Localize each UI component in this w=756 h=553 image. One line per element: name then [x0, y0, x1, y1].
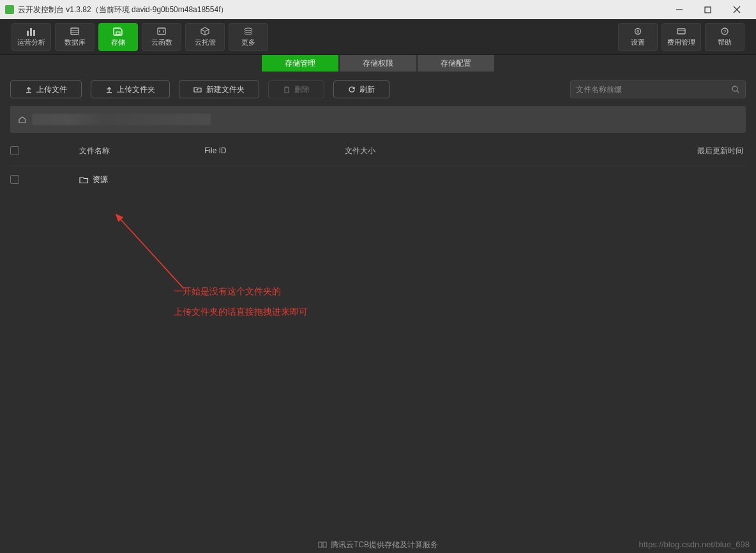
- col-header-name: 文件名称: [38, 146, 204, 156]
- tencent-cloud-icon: [318, 540, 327, 549]
- select-all-checkbox[interactable]: [10, 146, 19, 155]
- svg-line-22: [116, 215, 184, 289]
- svg-rect-23: [319, 542, 322, 547]
- watermark: https://blog.csdn.net/blue_698: [639, 540, 750, 549]
- button-label: 上传文件: [36, 84, 67, 95]
- svg-rect-10: [116, 32, 120, 34]
- maximize-button[interactable]: [693, 1, 722, 19]
- nav-settings[interactable]: 设置: [618, 23, 658, 51]
- window-titlebar: 云开发控制台 v1.3.82（当前环境 david-9g0b50m48a1855…: [0, 0, 756, 19]
- cube-icon: [200, 27, 210, 36]
- col-header-size: 文件大小: [345, 146, 472, 156]
- table-header: 文件名称 File ID 文件大小 最后更新时间: [0, 137, 756, 165]
- nav-label: 数据库: [64, 38, 86, 47]
- minimize-button[interactable]: [665, 1, 693, 19]
- app-body: 运营分析 数据库 存储 云函数: [0, 19, 756, 553]
- svg-rect-7: [71, 28, 79, 34]
- col-header-fileid: File ID: [204, 146, 345, 155]
- svg-line-20: [737, 91, 739, 93]
- folder-icon: [79, 176, 89, 184]
- database-icon: [70, 27, 80, 36]
- table-row[interactable]: 资源: [0, 165, 756, 193]
- upload-icon: [105, 86, 113, 93]
- svg-point-13: [635, 28, 641, 34]
- nav-analytics[interactable]: 运营分析: [11, 23, 51, 51]
- nav-label: 运营分析: [17, 38, 45, 47]
- search-input[interactable]: [576, 85, 731, 94]
- code-brackets-icon: [156, 27, 167, 36]
- annotation-line2: 上传文件夹的话直接拖拽进来即可: [174, 307, 308, 318]
- nav-help[interactable]: ? 帮助: [705, 23, 745, 51]
- top-nav: 运营分析 数据库 存储 云函数: [0, 19, 756, 55]
- svg-rect-5: [30, 28, 32, 36]
- nav-hosting[interactable]: 云托管: [185, 23, 225, 51]
- row-checkbox[interactable]: [10, 175, 19, 184]
- svg-point-14: [637, 30, 639, 32]
- button-label: 新建文件夹: [206, 84, 245, 95]
- trash-icon: [283, 86, 291, 93]
- upload-file-button[interactable]: 上传文件: [10, 80, 82, 98]
- tab-storage-manage[interactable]: 存储管理: [262, 55, 338, 72]
- new-folder-button[interactable]: 新建文件夹: [179, 80, 259, 98]
- refresh-icon: [348, 86, 356, 93]
- nav-left-group: 运营分析 数据库 存储 云函数: [11, 23, 268, 51]
- bar-chart-icon: [26, 27, 36, 36]
- upload-icon: [25, 86, 33, 93]
- help-icon: ?: [720, 27, 730, 36]
- app-icon: [5, 5, 14, 14]
- nav-label: 存储: [111, 38, 125, 47]
- gear-icon: [633, 27, 643, 36]
- save-icon: [113, 27, 123, 36]
- nav-more[interactable]: 更多: [229, 23, 268, 51]
- close-button[interactable]: [722, 1, 751, 19]
- nav-label: 费用管理: [667, 38, 695, 47]
- search-icon[interactable]: [731, 85, 740, 94]
- folder-plus-icon: [193, 86, 202, 93]
- nav-storage[interactable]: 存储: [98, 23, 138, 51]
- refresh-button[interactable]: 刷新: [333, 80, 389, 98]
- nav-label: 云托管: [195, 38, 216, 47]
- svg-point-19: [732, 86, 737, 91]
- nav-label: 设置: [631, 38, 645, 47]
- svg-rect-24: [323, 542, 326, 547]
- button-label: 上传文件夹: [117, 84, 155, 95]
- footer-text: 腾讯云TCB提供存储及计算服务: [331, 540, 438, 550]
- svg-text:?: ?: [723, 29, 727, 34]
- svg-rect-4: [27, 31, 29, 36]
- search-box[interactable]: [570, 80, 746, 98]
- col-header-updated: 最后更新时间: [472, 146, 746, 156]
- svg-rect-1: [705, 7, 711, 13]
- svg-point-12: [245, 28, 252, 31]
- delete-button: 删除: [268, 80, 324, 98]
- svg-rect-6: [33, 30, 35, 36]
- stack-icon: [243, 27, 253, 36]
- toolbar: 上传文件 上传文件夹 新建文件夹 删除 刷新: [0, 72, 756, 106]
- window-title: 云开发控制台 v1.3.82（当前环境 david-9g0b50m48a1855…: [18, 4, 228, 15]
- upload-folder-button[interactable]: 上传文件夹: [91, 80, 170, 98]
- nav-functions[interactable]: 云函数: [142, 23, 181, 51]
- subtabs: 存储管理 存储权限 存储配置: [0, 55, 756, 72]
- home-icon: [18, 115, 27, 124]
- nav-label: 云函数: [151, 38, 172, 47]
- card-icon: [676, 27, 686, 36]
- nav-database[interactable]: 数据库: [55, 23, 94, 51]
- button-label: 删除: [294, 84, 310, 95]
- nav-label: 帮助: [718, 38, 732, 47]
- breadcrumb-bar[interactable]: [10, 106, 746, 133]
- tab-storage-config[interactable]: 存储配置: [418, 55, 494, 72]
- nav-right-group: 设置 费用管理 ? 帮助: [618, 23, 745, 51]
- annotation-line1: 一开始是没有这个文件夹的: [174, 286, 281, 298]
- tab-storage-permission[interactable]: 存储权限: [340, 55, 416, 72]
- button-label: 刷新: [359, 84, 375, 95]
- breadcrumb-path-blurred: [32, 114, 211, 125]
- svg-rect-15: [677, 29, 685, 34]
- row-name: 资源: [93, 174, 108, 185]
- nav-billing[interactable]: 费用管理: [662, 23, 701, 51]
- nav-label: 更多: [241, 38, 255, 47]
